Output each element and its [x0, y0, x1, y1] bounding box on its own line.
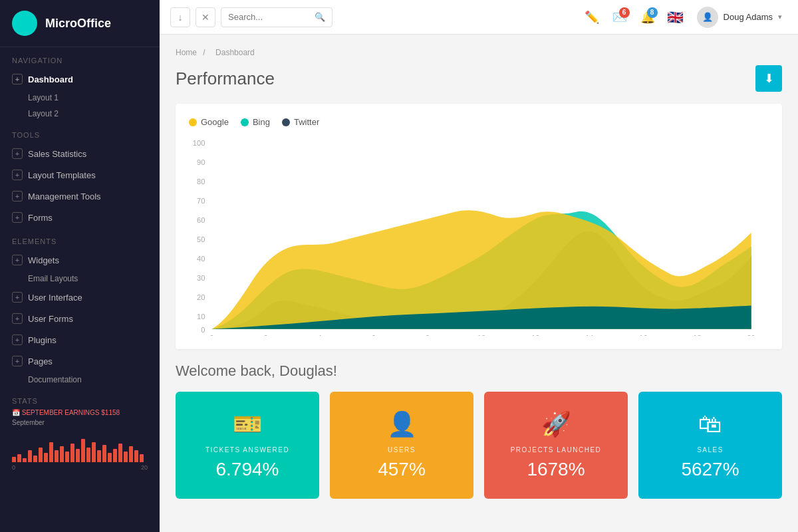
twitter-legend-label: Twitter	[294, 117, 319, 127]
legend-twitter: Twitter	[282, 117, 319, 127]
sidebar-item-forms[interactable]: + Forms	[0, 207, 160, 228]
svg-text:90: 90	[197, 158, 205, 166]
breadcrumb: Home / Dashboard	[176, 48, 782, 57]
mini-chart-bar	[28, 450, 32, 462]
bell-icon-button[interactable]: 🔔 8	[636, 6, 659, 29]
svg-text:40: 40	[197, 255, 205, 263]
stat-card-icon-1: 👤	[387, 410, 417, 438]
search-icon[interactable]: 🔍	[315, 12, 325, 22]
mini-chart-bar	[102, 445, 106, 462]
mini-chart-bar	[118, 444, 122, 462]
stat-card-value-2: 1678%	[527, 459, 585, 480]
mini-chart-bar	[124, 452, 128, 462]
nav-section-label: Navigation	[0, 47, 160, 68]
mini-chart-bar	[44, 453, 48, 462]
stat-card-value-3: 5627%	[681, 459, 739, 480]
app-name: MicroOffice	[45, 17, 111, 31]
area-chart: 100 90 80 70 60 50 40 30 20 10 0 0	[189, 136, 769, 336]
download-icon: ⬇	[764, 71, 774, 86]
page-header: Performance ⬇	[176, 65, 782, 92]
elements-section-label: Elements	[0, 228, 160, 249]
chart-legend: Google Bing Twitter	[189, 117, 769, 127]
svg-text:18: 18	[693, 334, 701, 336]
legend-google: Google	[189, 117, 229, 127]
expand-icon: +	[12, 356, 23, 366]
sidebar-sub-layout1[interactable]: Layout 1	[0, 90, 160, 106]
mini-chart-bar	[17, 454, 21, 462]
mini-chart-bar	[12, 457, 16, 462]
svg-text:10: 10	[197, 313, 205, 321]
bing-legend-dot	[241, 118, 249, 126]
sidebar-sub-layout2[interactable]: Layout 2	[0, 106, 160, 122]
svg-text:14: 14	[585, 334, 593, 336]
logo-icon	[12, 11, 37, 36]
svg-text:50: 50	[197, 235, 205, 243]
page-title: Performance	[176, 68, 275, 89]
topbar: ↓ ✕ 🔍 ✏️ ✉️ 6 🔔 8 🇬🇧 👤 Doug Adams ▾	[160, 0, 798, 35]
action-button[interactable]: ⬇	[755, 65, 782, 92]
breadcrumb-separator: /	[203, 48, 205, 57]
stat-card-label-0: TICKETS ANSWERED	[205, 446, 289, 454]
stats-section: Stats 📅 SEPTEMBER EARNINGS $1158 Septemb…	[0, 388, 160, 480]
svg-text:2: 2	[263, 334, 267, 336]
breadcrumb-home[interactable]: Home	[176, 48, 197, 57]
mini-chart-bar	[39, 448, 43, 462]
chart-card: Google Bing Twitter 100 90 80	[176, 104, 782, 349]
mini-chart-bar	[60, 446, 64, 462]
mail-icon-button[interactable]: ✉️ 6	[608, 6, 631, 29]
expand-icon: +	[12, 148, 23, 159]
mini-chart-bar	[81, 439, 85, 462]
mini-chart-bar	[65, 452, 69, 462]
sidebar-sub-documentation[interactable]: Documentation	[0, 372, 160, 388]
sidebar-item-user-forms[interactable]: + User Forms	[0, 308, 160, 329]
stat-card-label-3: SALES	[697, 446, 724, 454]
sidebar-item-sales-statistics[interactable]: + Sales Statistics	[0, 143, 160, 164]
mini-chart-bar	[113, 449, 117, 462]
expand-icon: +	[12, 292, 23, 303]
sidebar-item-widgets[interactable]: + Widgets	[0, 249, 160, 271]
svg-text:0: 0	[209, 334, 213, 336]
bing-legend-label: Bing	[253, 117, 270, 127]
search-input[interactable]	[228, 12, 315, 22]
welcome-text: Welcome back, Douglas!	[176, 362, 782, 380]
svg-text:20: 20	[747, 334, 755, 336]
mini-chart-bar	[70, 444, 74, 462]
mini-chart-bar	[76, 449, 80, 462]
svg-text:30: 30	[197, 274, 205, 282]
sidebar-item-plugins[interactable]: + Plugins	[0, 329, 160, 350]
mail-badge: 6	[619, 7, 630, 18]
content-area: Home / Dashboard Performance ⬇ Google Bi…	[160, 35, 798, 532]
mini-chart-bar	[55, 450, 59, 462]
user-menu[interactable]: 👤 Doug Adams ▾	[692, 4, 787, 31]
sidebar-item-dashboard[interactable]: + Dashboard	[0, 68, 160, 90]
edit-icon-button[interactable]: ✏️	[581, 6, 603, 29]
svg-text:10: 10	[477, 334, 485, 336]
expand-icon: +	[12, 170, 23, 180]
svg-text:6: 6	[372, 334, 376, 336]
svg-text:70: 70	[197, 197, 205, 205]
mini-chart-bar	[97, 450, 101, 462]
mini-chart-bar	[92, 442, 96, 462]
sidebar-sub-email-layouts[interactable]: Email Layouts	[0, 271, 160, 287]
expand-icon: +	[12, 334, 23, 345]
nav-close-button[interactable]: ✕	[196, 7, 215, 27]
stat-cards-grid: 🎫 TICKETS ANSWERED 6.794% 👤 USERS 457% 🚀…	[176, 392, 782, 499]
svg-text:80: 80	[197, 178, 205, 186]
stat-card-label-2: PROJECTS LAUNCHED	[511, 446, 602, 454]
sidebar-item-pages[interactable]: + Pages	[0, 350, 160, 372]
language-flag-button[interactable]: 🇬🇧	[667, 9, 684, 25]
chevron-down-icon: ▾	[778, 13, 782, 21]
chart-svg: 100 90 80 70 60 50 40 30 20 10 0 0	[189, 136, 769, 336]
stat-card-1: 👤 USERS 457%	[330, 392, 473, 499]
nav-back-button[interactable]: ↓	[170, 7, 190, 27]
sidebar-logo: MicroOffice	[0, 0, 160, 47]
sidebar-item-management-tools[interactable]: + Management Tools	[0, 186, 160, 207]
mini-chart-bar	[134, 450, 138, 462]
stat-card-label-1: USERS	[388, 446, 416, 454]
stat-card-icon-3: 🛍	[698, 410, 722, 438]
expand-icon: +	[12, 191, 23, 201]
expand-icon: +	[12, 255, 23, 265]
stats-month: September	[12, 419, 148, 426]
sidebar-item-layout-templates[interactable]: + Layout Templates	[0, 164, 160, 186]
sidebar-item-user-interface[interactable]: + User Interface	[0, 287, 160, 308]
